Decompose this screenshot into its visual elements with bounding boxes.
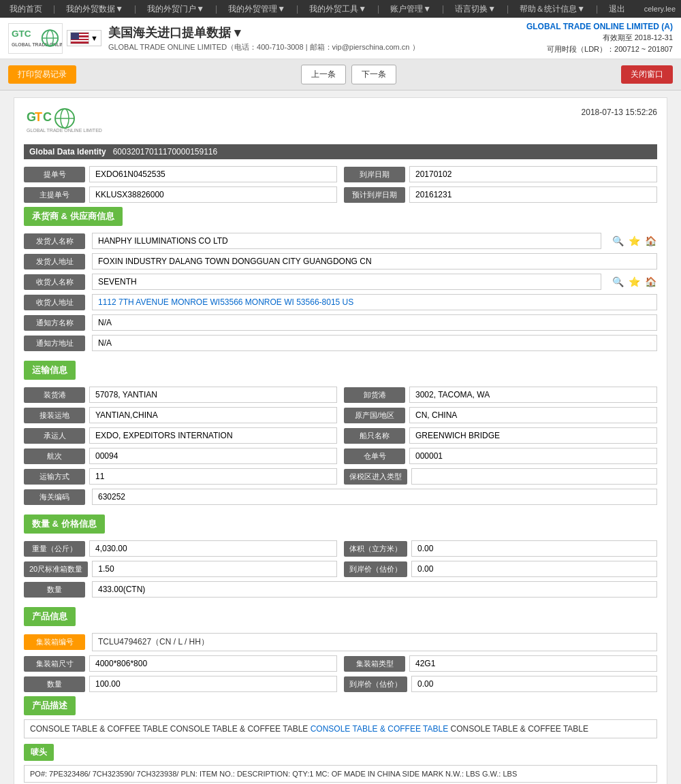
nav-help[interactable]: 帮助＆统计信息▼ [516,3,589,15]
volume-label: 体积（立方米） [344,541,407,557]
ldr-range: 可用时段（LDR）：200712 ~ 201807 [526,44,673,54]
vessel-value: GREENWICH BRIDGE [409,427,657,444]
unloading-port-value: 3002, TACOMA, WA [409,387,657,403]
page-title-area: 美国海关进口提单数据 ▾ GLOBAL TRADE ONLINE LIMITED… [108,24,419,52]
sho-label: 收货人名称 [24,274,85,290]
zhutidan-label: 主提单号 [24,187,85,203]
cif-label: 到岸价（估价） [344,561,407,577]
svg-text:GLOBAL TRADE ONLINE LIMITED: GLOBAL TRADE ONLINE LIMITED [27,128,102,133]
loading-place-label: 接装运地 [24,408,85,423]
print-button[interactable]: 打印贸易记录 [8,65,76,84]
volume-group: 体积（立方米） 0.00 [344,540,657,557]
transport-section-header: 运输信息 [24,361,76,380]
sho-addr-label: 收货人地址 [24,295,85,310]
prod-qty-row: 数量 100.00 到岸价（估价） 0.00 [24,676,657,692]
main-content: G T C GLOBAL TRADE ONLINE LIMITED 2018-0… [0,91,681,784]
arr-price-label: 到岸价（估价） [344,676,407,692]
notify-name-value: N/A [92,314,657,331]
zhutidan-value: KKLUSX38826000 [89,186,337,203]
toolbar-top: 打印贸易记录 上一条 下一条 关闭窗口 [0,59,681,91]
transport-mode-value: 11 [89,468,337,485]
sho-addr-value: 1112 7TH AVENUE MONROE WI53566 MONROE WI… [92,294,657,310]
nav-portal[interactable]: 我的外贸门户▼ [143,3,208,15]
weight-value: 4,030.00 [89,540,337,557]
nav-tools[interactable]: 我的外贸工具▼ [305,3,370,15]
volume-value: 0.00 [411,540,657,557]
gdi-label: Global Data Identity [29,147,106,157]
sho-search-icon[interactable]: 🔍 [611,275,624,289]
daogang-group: 到岸日期 20170102 [344,166,657,182]
star-icon[interactable]: ⭐ [627,234,641,248]
nav-logout[interactable]: 退出 [605,3,629,15]
transport-mode-group: 运输方式 11 [24,468,337,485]
vessel-label: 船只名称 [344,428,405,444]
customs-value: 630252 [92,489,657,505]
shipper-section: 承货商 & 供应商信息 发货人名称 HANPHY ILLUMINATIONS C… [24,207,657,351]
container-size-label: 集装箱尺寸 [24,656,85,672]
container-size-group: 集装箱尺寸 4000*806*800 [24,655,337,672]
nav-management[interactable]: 我的外贸管理▼ [224,3,289,15]
tidan-value: EXDO61N0452535 [89,166,337,182]
std20-value: 1.50 [92,561,337,577]
toolbar-right: 关闭窗口 [621,65,673,84]
close-button[interactable]: 关闭窗口 [621,65,673,84]
search-icon[interactable]: 🔍 [611,234,624,248]
faho-value: HANPHY ILLUMINATIONS CO LTD [92,233,601,249]
ftz-value [411,468,657,485]
carrier-group: 承运人 EXDO, EXPEDITORS INTERNATION [24,427,337,444]
predaogang-value: 20161231 [409,186,657,203]
desc-link[interactable]: CONSOLE TABLE & COFFEE TABLE [311,724,451,734]
warehouse-value: 000001 [409,448,657,464]
prod-qty-group: 数量 100.00 [24,676,337,692]
card-datetime: 2018-07-13 15:52:26 [582,108,657,117]
notify-name-row: 通知方名称 N/A [24,314,657,331]
container-size-value: 4000*806*800 [89,655,337,672]
next-button[interactable]: 下一条 [351,65,396,84]
notify-name-label: 通知方名称 [24,315,85,331]
valid-date: 有效期至 2018-12-31 [526,33,673,43]
loading-place-value: YANTIAN,CHINA [89,407,337,423]
loading-port-group: 装货港 57078, YANTIAN [24,387,337,403]
nav-account[interactable]: 账户管理▼ [386,3,435,15]
container-no-label: 集装箱编号 [24,634,85,650]
sho-icons: 🔍 ⭐ 🏠 [611,275,657,289]
container-type-group: 集装箱类型 42G1 [344,655,657,672]
matu-content: PO#: 7PE323486/ 7CH323590/ 7CH323938/ PL… [24,765,657,783]
matu-section: 唛头 PO#: 7PE323486/ 7CH323590/ 7CH323938/… [24,744,657,783]
shipper-section-header: 承货商 & 供应商信息 [24,207,123,226]
std20-label: 20尺标准箱数量 [24,561,88,577]
svg-text:GTC: GTC [12,29,31,39]
home-icon[interactable]: 🏠 [644,234,657,248]
sho-home-icon[interactable]: 🏠 [644,275,657,289]
prod-qty-value: 100.00 [89,676,337,692]
daogang-label: 到岸日期 [344,167,405,182]
nav-trade-data[interactable]: 我的外贸数据▼ [62,3,127,15]
card-header: G T C GLOBAL TRADE ONLINE LIMITED 2018-0… [24,108,657,136]
std20-group: 20尺标准箱数量 1.50 [24,561,337,577]
customs-label: 海关编码 [24,489,85,505]
header-left: GTC GLOBAL TRADE ONLINE ▼ 美国海关进口提单数据 ▾ G… [8,23,419,54]
product-section-header: 产品信息 [24,607,76,626]
weight-group: 重量（公斤） 4,030.00 [24,540,337,557]
transport-mode-label: 运输方式 [24,469,85,485]
nav-home[interactable]: 我的首页 [5,3,46,15]
prev-button[interactable]: 上一条 [301,65,346,84]
nav-menu: 我的首页 | 我的外贸数据▼ | 我的外贸门户▼ | 我的外贸管理▼ | 我的外… [5,3,629,15]
voyage-group: 航次 00094 [24,448,337,464]
carrier-label: 承运人 [24,428,85,444]
svg-text:C: C [43,110,52,124]
sho-row: 收货人名称 SEVENTH 🔍 ⭐ 🏠 [24,274,657,290]
tidan-label: 提单号 [24,167,85,182]
nav-language[interactable]: 语言切换▼ [451,3,500,15]
flag-selector[interactable]: ▼ [67,30,101,46]
voyage-label: 航次 [24,448,85,464]
origin-group: 原产国/地区 CN, CHINA [344,407,657,423]
record-card: G T C GLOBAL TRADE ONLINE LIMITED 2018-0… [14,97,667,784]
unloading-port-group: 卸货港 3002, TACOMA, WA [344,387,657,403]
desc-normal-1: CONSOLE TABLE & COFFEE TABLE CONSOLE TAB… [30,724,311,734]
cif-group: 到岸价（估价） 0.00 [344,561,657,577]
loading-place-row: 接装运地 YANTIAN,CHINA 原产国/地区 CN, CHINA [24,407,657,423]
sho-star-icon[interactable]: ⭐ [627,275,641,289]
bill-row: 提单号 EXDO61N0452535 到岸日期 20170102 [24,166,657,182]
qty-value: 433.00(CTN) [92,581,657,598]
